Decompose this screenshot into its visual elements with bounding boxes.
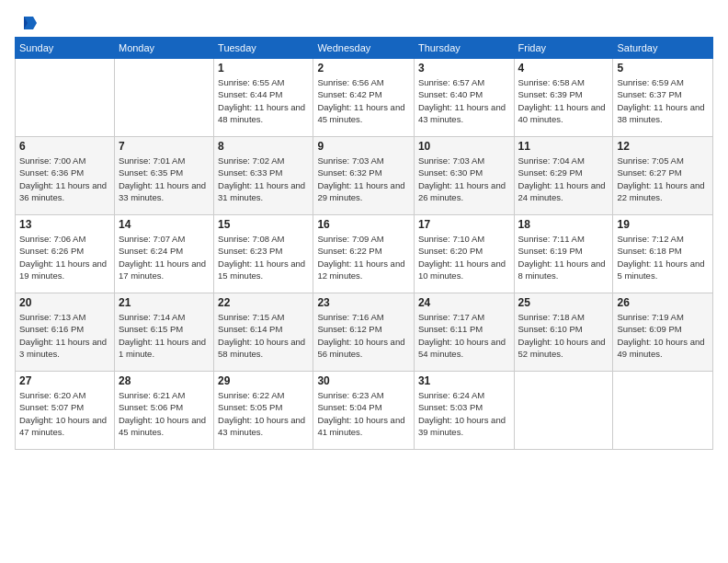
day-info: Sunrise: 7:07 AM Sunset: 6:24 PM Dayligh… xyxy=(119,233,210,282)
calendar-cell: 3Sunrise: 6:57 AM Sunset: 6:40 PM Daylig… xyxy=(414,59,514,137)
day-number: 3 xyxy=(418,62,510,75)
weekday-header: Monday xyxy=(114,38,213,59)
day-number: 17 xyxy=(418,218,510,231)
calendar-cell: 21Sunrise: 7:14 AM Sunset: 6:15 PM Dayli… xyxy=(114,293,213,372)
calendar-cell: 27Sunrise: 6:20 AM Sunset: 5:07 PM Dayli… xyxy=(16,372,115,450)
day-info: Sunrise: 6:20 AM Sunset: 5:07 PM Dayligh… xyxy=(19,389,110,438)
calendar-cell: 24Sunrise: 7:17 AM Sunset: 6:11 PM Dayli… xyxy=(414,293,514,372)
day-number: 13 xyxy=(19,218,110,231)
calendar-cell: 18Sunrise: 7:11 AM Sunset: 6:19 PM Dayli… xyxy=(514,215,613,293)
day-info: Sunrise: 7:13 AM Sunset: 6:16 PM Dayligh… xyxy=(19,311,110,360)
day-number: 25 xyxy=(518,296,609,309)
calendar-cell: 14Sunrise: 7:07 AM Sunset: 6:24 PM Dayli… xyxy=(114,215,213,293)
day-info: Sunrise: 6:21 AM Sunset: 5:06 PM Dayligh… xyxy=(119,389,210,438)
weekday-header: Friday xyxy=(514,38,613,59)
day-info: Sunrise: 6:24 AM Sunset: 5:03 PM Dayligh… xyxy=(418,389,510,438)
calendar-cell: 10Sunrise: 7:03 AM Sunset: 6:30 PM Dayli… xyxy=(414,137,514,215)
day-info: Sunrise: 7:03 AM Sunset: 6:30 PM Dayligh… xyxy=(418,155,510,203)
calendar-week-row: 20Sunrise: 7:13 AM Sunset: 6:16 PM Dayli… xyxy=(16,293,713,372)
calendar-cell: 2Sunrise: 6:56 AM Sunset: 6:42 PM Daylig… xyxy=(313,59,415,137)
day-number: 8 xyxy=(218,140,309,153)
day-number: 21 xyxy=(119,296,210,309)
calendar-cell: 25Sunrise: 7:18 AM Sunset: 6:10 PM Dayli… xyxy=(514,293,613,372)
day-number: 7 xyxy=(119,140,210,153)
day-info: Sunrise: 7:18 AM Sunset: 6:10 PM Dayligh… xyxy=(518,311,609,360)
day-number: 26 xyxy=(617,296,709,309)
day-number: 4 xyxy=(518,62,609,75)
logo-icon xyxy=(17,13,37,33)
day-info: Sunrise: 7:02 AM Sunset: 6:33 PM Dayligh… xyxy=(218,155,309,203)
calendar-cell: 19Sunrise: 7:12 AM Sunset: 6:18 PM Dayli… xyxy=(613,215,713,293)
weekday-header: Tuesday xyxy=(214,38,313,59)
day-number: 30 xyxy=(317,374,410,387)
day-number: 9 xyxy=(317,140,410,153)
calendar-cell xyxy=(514,372,613,450)
day-info: Sunrise: 7:10 AM Sunset: 6:20 PM Dayligh… xyxy=(418,233,510,282)
calendar-cell xyxy=(613,372,713,450)
calendar-cell: 7Sunrise: 7:01 AM Sunset: 6:35 PM Daylig… xyxy=(114,137,213,215)
calendar-week-row: 27Sunrise: 6:20 AM Sunset: 5:07 PM Dayli… xyxy=(16,372,713,450)
day-info: Sunrise: 7:06 AM Sunset: 6:26 PM Dayligh… xyxy=(19,233,110,282)
day-info: Sunrise: 6:22 AM Sunset: 5:05 PM Dayligh… xyxy=(218,389,309,438)
calendar-cell: 13Sunrise: 7:06 AM Sunset: 6:26 PM Dayli… xyxy=(16,215,115,293)
day-info: Sunrise: 7:05 AM Sunset: 6:27 PM Dayligh… xyxy=(617,155,709,203)
calendar-cell: 9Sunrise: 7:03 AM Sunset: 6:32 PM Daylig… xyxy=(313,137,415,215)
day-number: 20 xyxy=(19,296,110,309)
calendar-cell: 6Sunrise: 7:00 AM Sunset: 6:36 PM Daylig… xyxy=(16,137,115,215)
day-info: Sunrise: 7:03 AM Sunset: 6:32 PM Dayligh… xyxy=(317,155,410,203)
calendar-cell: 5Sunrise: 6:59 AM Sunset: 6:37 PM Daylig… xyxy=(613,59,713,137)
day-number: 27 xyxy=(19,374,110,387)
day-number: 22 xyxy=(218,296,309,309)
day-number: 11 xyxy=(518,140,609,153)
day-number: 12 xyxy=(617,140,709,153)
day-number: 23 xyxy=(317,296,410,309)
calendar-cell: 4Sunrise: 6:58 AM Sunset: 6:39 PM Daylig… xyxy=(514,59,613,137)
page: SundayMondayTuesdayWednesdayThursdayFrid… xyxy=(0,0,728,563)
day-number: 5 xyxy=(617,62,709,75)
logo xyxy=(15,15,37,28)
day-number: 28 xyxy=(119,374,210,387)
calendar-cell: 31Sunrise: 6:24 AM Sunset: 5:03 PM Dayli… xyxy=(414,372,514,450)
calendar-cell xyxy=(16,59,115,137)
day-info: Sunrise: 7:11 AM Sunset: 6:19 PM Dayligh… xyxy=(518,233,609,282)
day-number: 14 xyxy=(119,218,210,231)
calendar-week-row: 6Sunrise: 7:00 AM Sunset: 6:36 PM Daylig… xyxy=(16,137,713,215)
calendar-cell xyxy=(114,59,213,137)
weekday-header: Saturday xyxy=(613,38,713,59)
header xyxy=(15,15,713,28)
day-info: Sunrise: 7:15 AM Sunset: 6:14 PM Dayligh… xyxy=(218,311,309,360)
calendar-week-row: 13Sunrise: 7:06 AM Sunset: 6:26 PM Dayli… xyxy=(16,215,713,293)
day-info: Sunrise: 7:14 AM Sunset: 6:15 PM Dayligh… xyxy=(119,311,210,360)
day-info: Sunrise: 6:58 AM Sunset: 6:39 PM Dayligh… xyxy=(518,76,609,125)
calendar-table: SundayMondayTuesdayWednesdayThursdayFrid… xyxy=(15,37,713,450)
day-info: Sunrise: 7:17 AM Sunset: 6:11 PM Dayligh… xyxy=(418,311,510,360)
day-number: 15 xyxy=(218,218,309,231)
day-info: Sunrise: 7:12 AM Sunset: 6:18 PM Dayligh… xyxy=(617,233,709,282)
day-number: 16 xyxy=(317,218,410,231)
calendar-cell: 15Sunrise: 7:08 AM Sunset: 6:23 PM Dayli… xyxy=(214,215,313,293)
day-info: Sunrise: 7:08 AM Sunset: 6:23 PM Dayligh… xyxy=(218,233,309,282)
day-number: 1 xyxy=(218,62,309,75)
day-number: 31 xyxy=(418,374,510,387)
calendar-cell: 1Sunrise: 6:55 AM Sunset: 6:44 PM Daylig… xyxy=(214,59,313,137)
calendar-cell: 28Sunrise: 6:21 AM Sunset: 5:06 PM Dayli… xyxy=(114,372,213,450)
day-number: 10 xyxy=(418,140,510,153)
calendar-cell: 20Sunrise: 7:13 AM Sunset: 6:16 PM Dayli… xyxy=(16,293,115,372)
calendar-cell: 8Sunrise: 7:02 AM Sunset: 6:33 PM Daylig… xyxy=(214,137,313,215)
weekday-header: Sunday xyxy=(16,38,115,59)
day-info: Sunrise: 6:56 AM Sunset: 6:42 PM Dayligh… xyxy=(317,76,410,125)
calendar-cell: 26Sunrise: 7:19 AM Sunset: 6:09 PM Dayli… xyxy=(613,293,713,372)
weekday-header: Wednesday xyxy=(313,38,415,59)
day-info: Sunrise: 7:19 AM Sunset: 6:09 PM Dayligh… xyxy=(617,311,709,360)
day-info: Sunrise: 7:04 AM Sunset: 6:29 PM Dayligh… xyxy=(518,155,609,203)
day-info: Sunrise: 6:59 AM Sunset: 6:37 PM Dayligh… xyxy=(617,76,709,125)
day-info: Sunrise: 6:23 AM Sunset: 5:04 PM Dayligh… xyxy=(317,389,410,438)
day-info: Sunrise: 7:00 AM Sunset: 6:36 PM Dayligh… xyxy=(19,155,110,203)
calendar-cell: 16Sunrise: 7:09 AM Sunset: 6:22 PM Dayli… xyxy=(313,215,415,293)
day-number: 6 xyxy=(19,140,110,153)
day-info: Sunrise: 7:09 AM Sunset: 6:22 PM Dayligh… xyxy=(317,233,410,282)
calendar-cell: 30Sunrise: 6:23 AM Sunset: 5:04 PM Dayli… xyxy=(313,372,415,450)
calendar-cell: 29Sunrise: 6:22 AM Sunset: 5:05 PM Dayli… xyxy=(214,372,313,450)
calendar-cell: 12Sunrise: 7:05 AM Sunset: 6:27 PM Dayli… xyxy=(613,137,713,215)
weekday-header: Thursday xyxy=(414,38,514,59)
